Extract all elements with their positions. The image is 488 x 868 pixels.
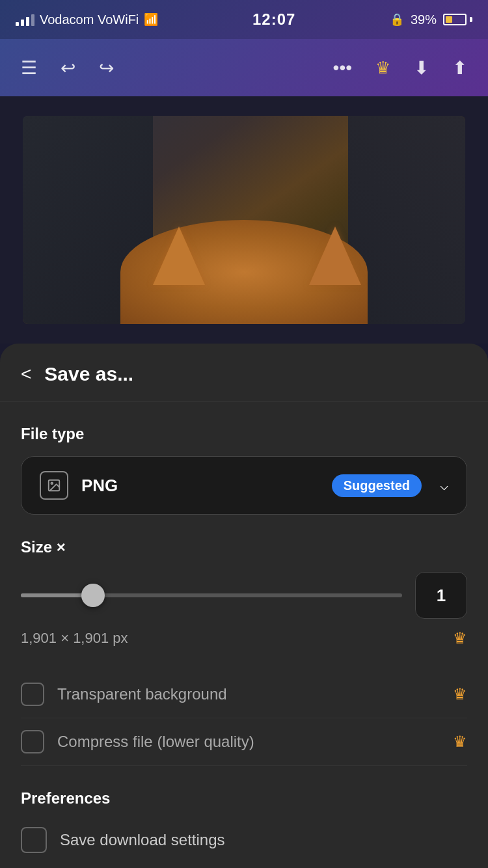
preferences-section-label: Preferences xyxy=(21,789,467,807)
size-px-label: 1,901 × 1,901 px xyxy=(21,630,128,647)
size-dimensions-row: 1,901 × 1,901 px ♛ xyxy=(21,629,467,647)
wifi-icon: 📶 xyxy=(144,12,158,27)
compress-file-checkbox[interactable] xyxy=(21,730,44,753)
slider-value-box[interactable]: 1 xyxy=(415,572,467,619)
compress-file-premium-icon: ♛ xyxy=(453,733,467,751)
crown-icon[interactable]: ♛ xyxy=(375,58,390,78)
transparent-bg-premium-icon: ♛ xyxy=(453,685,467,703)
share-icon[interactable]: ⬆ xyxy=(452,57,467,79)
redo-icon[interactable]: ↪ xyxy=(99,57,114,79)
file-format-icon xyxy=(40,471,68,500)
file-format-label: PNG xyxy=(81,476,319,496)
size-section-label: Size × xyxy=(21,538,467,556)
more-icon[interactable]: ••• xyxy=(333,57,352,78)
compress-file-label: Compress file (lower quality) xyxy=(57,733,254,751)
back-button[interactable]: < xyxy=(21,364,31,385)
transparent-bg-checkbox[interactable] xyxy=(21,683,44,706)
status-time: 12:07 xyxy=(252,10,295,29)
file-type-dropdown[interactable]: PNG Suggested ⌵ xyxy=(21,456,467,515)
carrier-label: Vodacom VoWiFi xyxy=(40,12,139,27)
content-area: File type PNG Suggested ⌵ Size × xyxy=(0,401,488,860)
transparent-bg-label: Transparent background xyxy=(57,685,227,703)
dropdown-arrow-icon: ⌵ xyxy=(440,477,448,494)
compress-file-row: Compress file (lower quality) ♛ xyxy=(21,718,467,766)
cat-image xyxy=(23,116,465,324)
size-slider-row: 1 xyxy=(21,572,467,619)
status-bar: Vodacom VoWiFi 📶 12:07 🔒 39% xyxy=(0,0,488,39)
size-premium-icon: ♛ xyxy=(453,629,467,647)
preferences-section: Preferences Save download settings xyxy=(21,789,467,860)
undo-icon[interactable]: ↩ xyxy=(61,57,75,79)
suggested-badge: Suggested xyxy=(332,474,422,497)
svg-point-1 xyxy=(51,482,53,484)
menu-icon[interactable]: ☰ xyxy=(21,57,37,79)
battery-percent-label: 39% xyxy=(411,12,437,27)
bottom-panel: < Save as... File type PNG Suggested ⌵ S… xyxy=(0,344,488,868)
file-type-section-label: File type xyxy=(21,425,467,443)
save-settings-row: Save download settings xyxy=(21,821,467,860)
status-left: Vodacom VoWiFi 📶 xyxy=(16,12,158,27)
toolbar-left: ☰ ↩ ↪ xyxy=(21,57,114,79)
size-slider[interactable] xyxy=(21,582,402,608)
toolbar: ☰ ↩ ↪ ••• ♛ ⬇ ⬆ xyxy=(0,39,488,96)
save-as-title: Save as... xyxy=(44,363,133,385)
battery-icon xyxy=(443,14,472,25)
signal-bars-icon xyxy=(16,13,34,26)
compress-file-left: Compress file (lower quality) xyxy=(21,730,254,753)
status-right: 🔒 39% xyxy=(390,12,472,27)
download-icon[interactable]: ⬇ xyxy=(414,57,429,79)
save-as-header: < Save as... xyxy=(0,344,488,401)
toolbar-right: ••• ♛ ⬇ ⬆ xyxy=(333,57,467,79)
lock-icon: 🔒 xyxy=(390,12,404,27)
canvas-area xyxy=(0,96,488,344)
transparent-bg-left: Transparent background xyxy=(21,683,227,706)
save-settings-checkbox[interactable] xyxy=(21,827,47,853)
save-settings-label: Save download settings xyxy=(60,831,225,849)
transparent-bg-row: Transparent background ♛ xyxy=(21,671,467,718)
